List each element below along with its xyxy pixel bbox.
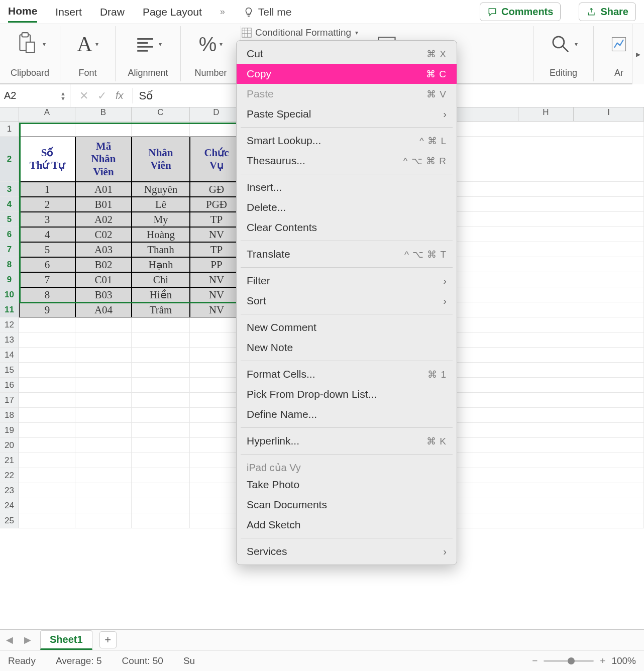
tell-me-search[interactable]: Tell me bbox=[243, 6, 292, 18]
cell[interactable] bbox=[190, 332, 243, 348]
cell[interactable]: NV bbox=[190, 302, 243, 317]
sheet-nav-right[interactable]: ▶ bbox=[22, 634, 33, 645]
row-header[interactable]: 4 bbox=[0, 197, 19, 212]
cell[interactable]: 2 bbox=[19, 197, 75, 212]
cell[interactable] bbox=[190, 122, 243, 137]
cell[interactable]: Chức Vụ bbox=[190, 137, 243, 182]
cell[interactable]: A04 bbox=[75, 302, 132, 317]
row-header[interactable]: 19 bbox=[0, 423, 19, 438]
ctx-paste-special[interactable]: Paste Special› bbox=[237, 104, 457, 124]
row-header[interactable]: 17 bbox=[0, 393, 19, 408]
cell[interactable]: 8 bbox=[19, 287, 75, 302]
row-header[interactable]: 9 bbox=[0, 272, 19, 287]
row-header[interactable]: 12 bbox=[0, 317, 19, 332]
ctx-clear-contents[interactable]: Clear Contents bbox=[237, 217, 457, 238]
cell[interactable]: C02 bbox=[75, 227, 132, 242]
zoom-slider[interactable] bbox=[544, 660, 594, 662]
cancel-formula-icon[interactable]: ✕ bbox=[79, 89, 88, 102]
cell[interactable] bbox=[190, 513, 243, 528]
cell[interactable]: A01 bbox=[75, 182, 132, 197]
cell[interactable] bbox=[132, 378, 190, 393]
cell[interactable]: Nhân Viên bbox=[132, 137, 190, 182]
cell[interactable] bbox=[75, 332, 132, 348]
row-header[interactable]: 15 bbox=[0, 363, 19, 378]
row-header[interactable]: 21 bbox=[0, 453, 19, 468]
cell[interactable] bbox=[132, 363, 190, 378]
cell[interactable]: NV bbox=[190, 287, 243, 302]
conditional-formatting-button[interactable]: Conditional Formatting ▾ bbox=[241, 27, 358, 38]
share-button[interactable]: Share bbox=[579, 3, 636, 21]
row-header[interactable]: 5 bbox=[0, 212, 19, 227]
ctx-translate[interactable]: Translate^ ⌥ ⌘ T bbox=[237, 244, 457, 264]
col-header-D[interactable]: D bbox=[190, 107, 243, 121]
ctx-take-photo[interactable]: Take Photo bbox=[237, 475, 457, 495]
tab-draw[interactable]: Draw bbox=[100, 2, 125, 22]
cell[interactable] bbox=[132, 393, 190, 408]
sheet-nav-left[interactable]: ◀ bbox=[4, 634, 15, 645]
cell[interactable]: 6 bbox=[19, 257, 75, 272]
cell[interactable] bbox=[19, 122, 75, 137]
cell[interactable] bbox=[132, 348, 190, 363]
cell[interactable] bbox=[190, 423, 243, 438]
cell[interactable]: Hạnh bbox=[132, 257, 190, 272]
cell[interactable]: A02 bbox=[75, 212, 132, 227]
row-header[interactable]: 20 bbox=[0, 438, 19, 453]
ctx-filter[interactable]: Filter› bbox=[237, 271, 457, 291]
cell[interactable] bbox=[132, 468, 190, 483]
row-header[interactable]: 3 bbox=[0, 182, 19, 197]
cell[interactable]: B03 bbox=[75, 287, 132, 302]
zoom-control[interactable]: − + 100% bbox=[532, 655, 636, 666]
cell[interactable]: Lê bbox=[132, 197, 190, 212]
cell[interactable] bbox=[190, 348, 243, 363]
cell[interactable]: 1 bbox=[19, 182, 75, 197]
row-header[interactable]: 22 bbox=[0, 468, 19, 483]
cell[interactable] bbox=[19, 513, 75, 528]
group-clipboard[interactable]: ▾ Clipboard bbox=[0, 26, 60, 81]
ctx-define-name[interactable]: Define Name... bbox=[237, 404, 457, 424]
cell[interactable] bbox=[132, 498, 190, 513]
ctx-copy[interactable]: Copy⌘ C bbox=[237, 64, 457, 84]
cell[interactable] bbox=[190, 498, 243, 513]
cell[interactable] bbox=[19, 348, 75, 363]
cell[interactable]: TP bbox=[190, 212, 243, 227]
cell[interactable] bbox=[75, 348, 132, 363]
comments-button[interactable]: Comments bbox=[480, 3, 561, 21]
zoom-value[interactable]: 100% bbox=[611, 655, 636, 666]
fx-icon[interactable]: fx bbox=[116, 90, 124, 101]
col-header-A[interactable]: A bbox=[19, 107, 75, 121]
cell[interactable] bbox=[75, 438, 132, 453]
zoom-in-icon[interactable]: + bbox=[600, 655, 605, 666]
cell[interactable] bbox=[19, 423, 75, 438]
cell[interactable] bbox=[190, 378, 243, 393]
cell[interactable]: PGĐ bbox=[190, 197, 243, 212]
cell[interactable] bbox=[75, 317, 132, 332]
cell[interactable] bbox=[75, 498, 132, 513]
cell[interactable] bbox=[75, 423, 132, 438]
cell[interactable] bbox=[190, 408, 243, 423]
cell[interactable]: NV bbox=[190, 272, 243, 287]
cell[interactable] bbox=[190, 317, 243, 332]
cell[interactable] bbox=[190, 438, 243, 453]
col-header-B[interactable]: B bbox=[75, 107, 132, 121]
ctx-thesaurus[interactable]: Thesaurus...^ ⌥ ⌘ R bbox=[237, 151, 457, 171]
cell[interactable]: 5 bbox=[19, 242, 75, 257]
cell[interactable] bbox=[19, 317, 75, 332]
cell[interactable] bbox=[19, 332, 75, 348]
row-header[interactable]: 24 bbox=[0, 498, 19, 513]
ctx-delete[interactable]: Delete... bbox=[237, 197, 457, 217]
row-header[interactable]: 18 bbox=[0, 408, 19, 423]
cell[interactable] bbox=[75, 513, 132, 528]
cell[interactable] bbox=[132, 408, 190, 423]
ctx-insert[interactable]: Insert... bbox=[237, 177, 457, 197]
cell[interactable]: Chi bbox=[132, 272, 190, 287]
cell[interactable]: C01 bbox=[75, 272, 132, 287]
ctx-pick-list[interactable]: Pick From Drop-down List... bbox=[237, 384, 457, 404]
cell[interactable] bbox=[75, 393, 132, 408]
cell[interactable]: Số Thứ Tự bbox=[19, 137, 75, 182]
col-header-H[interactable]: H bbox=[518, 107, 574, 121]
cell[interactable]: Nguyên bbox=[132, 182, 190, 197]
row-header[interactable]: 14 bbox=[0, 348, 19, 363]
ribbon-overflow-button[interactable]: ▸ bbox=[632, 24, 644, 84]
row-header[interactable]: 6 bbox=[0, 227, 19, 242]
sheet-tab-active[interactable]: Sheet1 bbox=[40, 630, 92, 650]
